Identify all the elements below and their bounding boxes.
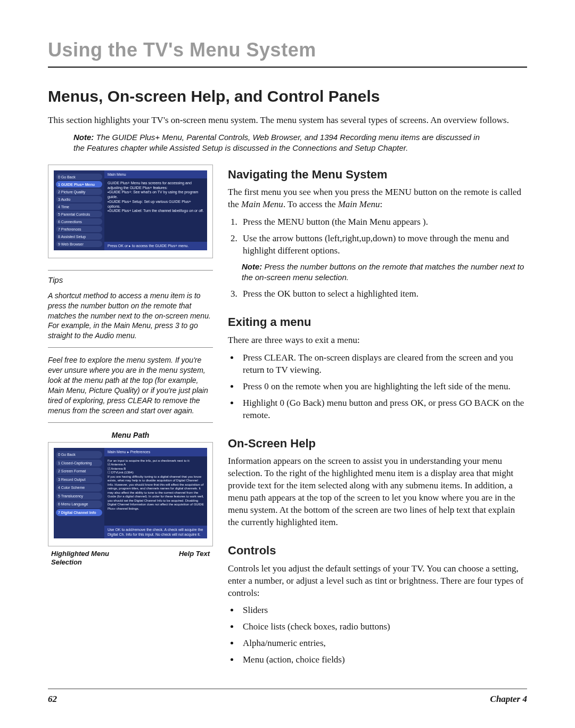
nav-steps: Press the MENU button (the Main Menu app… [240, 216, 527, 257]
tv2-item-5: 5 Translucency [56, 493, 102, 500]
menu-screenshot-1: 0 Go Back 1 GUIDE Plus+ Menu 2 Picture Q… [48, 165, 213, 258]
menu-path-label: Menu Path [48, 430, 213, 440]
page-title: Menus, On-screen Help, and Control Panel… [48, 86, 527, 108]
nav-intro: The first menu you see when you press th… [228, 186, 527, 211]
note-text: Press the number buttons on the remote t… [242, 262, 524, 282]
intro-paragraph: This section highlights your TV's on-scr… [48, 114, 527, 127]
tv2-crumb: Main Menu ▸ Preferences [104, 448, 207, 456]
tv1-item-3: 3 Audio [56, 196, 102, 202]
tip-2: Feel free to explore the menu system. If… [48, 355, 213, 422]
tv2-item-3: 3 Record Output [56, 476, 102, 483]
tv2-item-4: 4 Color Scheme [56, 484, 102, 491]
callout-highlighted-selection: Highlighted Menu Selection [51, 550, 126, 566]
note-label: Note: [73, 133, 94, 142]
tv1-foot: Press OK or ▸ to access the GUIDE Plus+ … [104, 242, 207, 250]
tv2-item-6: 6 Menu Language [56, 501, 102, 508]
exit-intro: There are three ways to exit a menu: [228, 334, 527, 347]
exit-b2: Press 0 on the remote when you are highl… [240, 381, 527, 393]
note-label: Note: [242, 262, 262, 271]
top-note: Note: The GUIDE Plus+ Menu, Parental Con… [73, 132, 489, 154]
nav-step-1: Press the MENU button (the Main Menu app… [240, 216, 527, 228]
tv1-item-4: 4 Time [56, 203, 102, 210]
chapter-label: Chapter 4 [490, 693, 527, 706]
tv1-item-5: 5 Parental Controls [56, 211, 102, 217]
tv1-item-8: 8 Assisted Setup [56, 233, 102, 240]
nav-p1-ital2: Main Menu [338, 199, 380, 209]
tv1-crumb: Main Menu [104, 170, 207, 178]
note-text: The GUIDE Plus+ Menu, Parental Controls,… [73, 133, 480, 152]
nav-step1-ital: Main Menu [348, 217, 391, 227]
tv1-item-9: 9 Web Browser [56, 241, 102, 247]
nav-step-3: Press the OK button to select a highligh… [240, 288, 527, 300]
exit-b3-a: Highlight [243, 398, 280, 408]
heading-onscreen-help: On-Screen Help [228, 436, 527, 452]
tv2-item-1: 1 Closed-Captioning [56, 460, 102, 467]
controls-b1: Sliders [240, 604, 527, 617]
nav-inline-note: Note: Press the number buttons on the re… [242, 261, 527, 283]
page-footer: 62 Chapter 4 [48, 689, 527, 706]
controls-b2: Choice lists (check boxes, radio buttons… [240, 621, 527, 633]
nav-step1-a: Press the MENU button (the [243, 217, 348, 227]
nav-p1-c: : [380, 199, 383, 209]
nav-p1-b: . To access the [283, 199, 338, 209]
tv1-body: GUIDE Plus+ Menu has screens for accessi… [104, 178, 207, 242]
nav-step1-c: ). [423, 217, 428, 227]
tv1-menu-list: 0 Go Back 1 GUIDE Plus+ Menu 2 Picture Q… [54, 170, 104, 250]
tv2-item-0: 0 Go Back [56, 451, 102, 458]
heading-navigating: Navigating the Menu System [228, 167, 527, 183]
menu-screenshot-2: 0 Go Back 1 Closed-Captioning 2 Screen F… [48, 442, 213, 546]
controls-bullets: Sliders Choice lists (check boxes, radio… [240, 604, 527, 666]
exit-b3: Highlight 0 (Go Back) menu button and pr… [240, 397, 527, 422]
heading-controls: Controls [228, 543, 527, 559]
tv1-item-2: 2 Picture Quality [56, 189, 102, 195]
tv1-item-0: 0 Go Back [56, 174, 102, 180]
tv2-menu-list: 0 Go Back 1 Closed-Captioning 2 Screen F… [54, 448, 104, 538]
chapter-title: Using the TV's Menu System [48, 37, 527, 68]
tv2-body: For an input to acquire the info, put a … [104, 456, 207, 526]
nav-steps-2: Press the OK button to select a highligh… [240, 288, 527, 300]
help-paragraph: Information appears on the screen to ass… [228, 455, 527, 529]
callout-help-text: Help Text [179, 550, 210, 566]
controls-paragraph: Controls let you adjust the default sett… [228, 563, 527, 600]
exit-b3-ital: 0 (Go Back) [280, 398, 324, 408]
tips-heading: Tips [48, 270, 213, 285]
nav-p1-ital1: Main Menu [241, 199, 283, 209]
tv2-foot: Use OK to add/remove the check. A check … [104, 526, 207, 539]
tip-1: A shortcut method to access a menu item … [48, 291, 213, 348]
tv1-item-1: 1 GUIDE Plus+ Menu [56, 181, 102, 187]
controls-b4: Menu (action, choice fields) [240, 654, 527, 666]
nav-step-2: Use the arrow buttons (left,right,up,dow… [240, 233, 527, 257]
exit-b1: Press CLEAR. The on-screen displays are … [240, 352, 527, 377]
exit-bullets: Press CLEAR. The on-screen displays are … [240, 352, 527, 422]
nav-step1-b: appears [391, 217, 423, 227]
page-number: 62 [48, 693, 57, 706]
controls-b3: Alpha/numeric entries, [240, 637, 527, 650]
heading-exiting: Exiting a menu [228, 314, 527, 330]
tv2-item-2: 2 Screen Format [56, 468, 102, 475]
tv1-item-7: 7 Preferences [56, 226, 102, 232]
tv2-item-7: 7 Digital Channel Info [56, 509, 102, 516]
tv1-item-6: 6 Connections [56, 218, 102, 225]
